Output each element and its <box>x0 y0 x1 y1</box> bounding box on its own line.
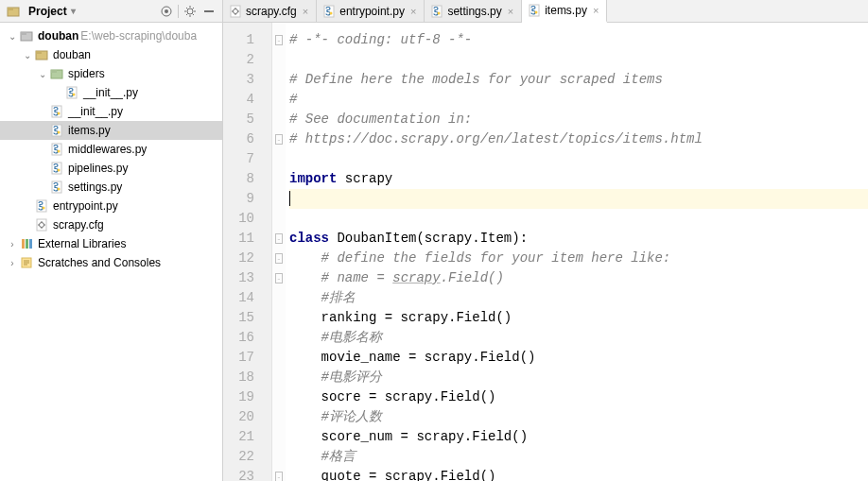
py-icon <box>49 180 64 195</box>
folder-root-icon <box>19 28 34 43</box>
tree-item[interactable]: entrypoint.py <box>0 197 222 215</box>
tree-item-label: douban <box>38 29 78 43</box>
tree-expand-arrow[interactable]: ⌄ <box>36 69 49 79</box>
code-line[interactable]: ranking = scrapy.Field() <box>289 308 868 328</box>
project-tree[interactable]: ⌄douban E:\web-scraping\douba⌄douban⌄spi… <box>0 23 222 481</box>
target-icon[interactable] <box>159 4 174 19</box>
code-line[interactable] <box>289 209 868 229</box>
tree-item-label: spiders <box>68 67 105 80</box>
tree-item-label: __init__.py <box>68 105 123 118</box>
code-line[interactable]: movie_name = scrapy.Field() <box>289 348 868 368</box>
code-line[interactable]: import scrapy <box>289 169 868 189</box>
close-icon[interactable]: × <box>506 6 515 17</box>
tree-item[interactable]: ›External Libraries <box>0 234 222 253</box>
tree-expand-arrow[interactable]: ⌄ <box>6 31 19 42</box>
code-line[interactable]: # define the fields for your item here l… <box>289 249 868 268</box>
svg-rect-5 <box>204 10 214 12</box>
code-line[interactable]: # -*- coding: utf-8 -*- <box>289 30 868 50</box>
tree-item[interactable]: ⌄douban <box>0 45 222 64</box>
code-line[interactable]: # Define here the models for your scrape… <box>289 70 868 90</box>
project-icon <box>6 4 21 19</box>
fold-marker[interactable]: - <box>275 233 284 244</box>
editor-panel: scrapy.cfg×entrypoint.py×settings.py×ite… <box>223 0 868 481</box>
fold-marker[interactable]: - <box>275 273 284 283</box>
folder-pkg-icon <box>49 66 64 81</box>
py-icon <box>49 123 64 138</box>
tab-label: scrapy.cfg <box>246 5 297 18</box>
code-line[interactable]: #评论人数 <box>289 407 868 427</box>
fold-marker[interactable]: - <box>275 134 284 145</box>
line-number: 15 <box>223 308 254 328</box>
svg-point-4 <box>187 9 193 14</box>
editor-tab[interactable]: settings.py× <box>425 0 522 22</box>
editor-tab[interactable]: scrapy.cfg× <box>223 0 317 22</box>
tree-item[interactable]: ⌄douban E:\web-scraping\douba <box>0 26 222 45</box>
editor-tab-active[interactable]: items.py× <box>522 0 607 23</box>
code-line[interactable]: # name = scrapy.Field() <box>289 268 868 288</box>
close-icon[interactable]: × <box>408 6 418 17</box>
code-line[interactable]: score_num = scrapy.Field() <box>289 427 868 447</box>
tree-item[interactable]: pipelines.py <box>0 159 222 178</box>
editor-tabs: scrapy.cfg×entrypoint.py×settings.py×ite… <box>223 0 868 23</box>
collapse-icon[interactable] <box>201 4 217 19</box>
code-line[interactable]: socre = scrapy.Field() <box>289 387 868 407</box>
tree-item[interactable]: ›Scratches and Consoles <box>0 253 222 272</box>
editor-code-area[interactable]: # -*- coding: utf-8 -*-# Define here the… <box>286 23 868 481</box>
editor-fold-column[interactable]: ------ <box>272 23 286 481</box>
code-line[interactable]: quote = scrapy.Field() <box>289 467 868 481</box>
code-line[interactable]: # https://doc.scrapy.org/en/latest/topic… <box>289 129 868 149</box>
py-icon <box>49 142 64 157</box>
project-panel-title: Project <box>28 5 67 18</box>
tree-item[interactable]: scrapy.cfg <box>0 215 222 234</box>
code-line[interactable]: # <box>289 90 868 110</box>
line-number: 10 <box>223 209 254 229</box>
py-icon <box>322 5 336 18</box>
tree-expand-arrow[interactable]: › <box>6 239 19 249</box>
editor-gutter: 1234567891011121314151617181920212223 <box>223 23 272 481</box>
tree-item-selected[interactable]: items.py <box>0 121 222 140</box>
py-icon <box>430 5 443 18</box>
tree-item[interactable]: __init__.py <box>0 102 222 121</box>
tree-expand-arrow[interactable]: ⌄ <box>21 50 34 60</box>
line-number: 12 <box>223 249 254 268</box>
code-line[interactable]: #排名 <box>289 288 868 308</box>
svg-rect-1 <box>8 8 13 10</box>
close-icon[interactable]: × <box>301 6 310 17</box>
code-line[interactable]: #格言 <box>289 447 868 467</box>
gear-icon[interactable] <box>182 4 198 19</box>
code-line[interactable]: # See documentation in: <box>289 110 868 129</box>
tree-item-label: douban <box>53 48 91 61</box>
editor-tab[interactable]: entrypoint.py× <box>317 0 425 22</box>
fold-marker[interactable]: - <box>275 35 284 45</box>
tree-item-label: External Libraries <box>38 237 126 250</box>
tree-item[interactable]: settings.py <box>0 178 222 197</box>
line-number: 19 <box>223 387 254 407</box>
code-line[interactable]: #电影名称 <box>289 328 868 348</box>
fold-marker[interactable]: - <box>275 253 284 264</box>
line-number: 7 <box>223 149 254 169</box>
code-line[interactable] <box>289 189 868 209</box>
line-number: 13 <box>223 268 254 288</box>
line-number: 11 <box>223 229 254 249</box>
line-number: 5 <box>223 110 254 129</box>
line-number: 4 <box>223 90 254 110</box>
tree-expand-arrow[interactable]: › <box>6 258 19 268</box>
line-number: 14 <box>223 288 254 308</box>
line-number: 17 <box>223 348 254 368</box>
cfg-icon <box>229 5 242 18</box>
tree-item[interactable]: middlewares.py <box>0 140 222 159</box>
code-line[interactable] <box>289 50 868 70</box>
tree-item[interactable]: ⌄spiders <box>0 64 222 83</box>
close-icon[interactable]: × <box>591 5 600 16</box>
tree-item-path: E:\web-scraping\douba <box>80 29 197 43</box>
tab-label: items.py <box>545 4 587 17</box>
line-number: 9 <box>223 189 254 209</box>
tree-item[interactable]: __init__.py <box>0 83 222 102</box>
fold-marker[interactable]: - <box>275 472 284 481</box>
code-line[interactable] <box>289 149 868 169</box>
code-line[interactable]: class DoubanItem(scrapy.Item): <box>289 229 868 249</box>
project-panel-header: Project ▾ <box>0 0 222 23</box>
code-line[interactable]: #电影评分 <box>289 368 868 387</box>
line-number: 1 <box>223 30 254 50</box>
tree-item-label: entrypoint.py <box>53 199 118 213</box>
